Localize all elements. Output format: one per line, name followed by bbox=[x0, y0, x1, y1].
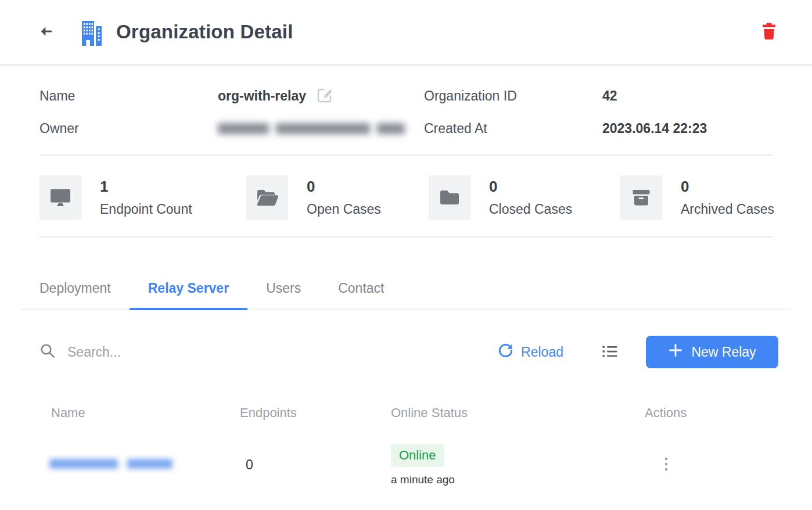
tab-deployment[interactable]: Deployment bbox=[21, 281, 130, 310]
stats-row: 1 Endpoint Count 0 Open Cases bbox=[0, 156, 812, 220]
search-icon bbox=[39, 343, 56, 361]
relay-toolbar: Reload New Relay bbox=[0, 336, 812, 368]
organization-id-label: Organization ID bbox=[424, 88, 602, 104]
arrow-left-icon bbox=[37, 22, 56, 42]
search-input[interactable] bbox=[67, 344, 323, 360]
reload-button[interactable]: Reload bbox=[498, 343, 563, 362]
stat-open-cases: 0 Open Cases bbox=[246, 175, 429, 220]
tab-relay-server[interactable]: Relay Server bbox=[130, 281, 247, 310]
endpoint-count-label: Endpoint Count bbox=[100, 202, 192, 217]
folder-open-icon bbox=[246, 175, 288, 220]
organization-building-icon bbox=[81, 18, 102, 46]
reload-icon bbox=[498, 343, 513, 362]
owner-label: Owner bbox=[39, 121, 218, 137]
archived-cases-label: Archived Cases bbox=[681, 202, 774, 217]
open-cases-label: Open Cases bbox=[307, 202, 381, 217]
owner-field: Owner bbox=[39, 112, 424, 145]
organization-detail-page: Organization Detail Name org-with-relay bbox=[0, 0, 812, 510]
column-header-actions: Actions bbox=[645, 405, 773, 421]
top-bar: Organization Detail bbox=[0, 0, 812, 64]
monitor-icon bbox=[39, 175, 81, 220]
reload-label: Reload bbox=[521, 344, 563, 360]
info-left-column: Name org-with-relay Owner bbox=[39, 80, 424, 145]
edit-name-button[interactable] bbox=[314, 85, 335, 107]
stat-endpoint-count: 1 Endpoint Count bbox=[39, 175, 246, 220]
delete-organization-button[interactable] bbox=[759, 20, 779, 45]
archive-icon bbox=[620, 175, 662, 220]
column-header-online-status: Online Status bbox=[391, 405, 645, 421]
trash-icon bbox=[761, 22, 777, 42]
search-box bbox=[39, 343, 498, 361]
row-actions-menu-button[interactable] bbox=[659, 454, 674, 476]
tab-contact[interactable]: Contact bbox=[319, 281, 403, 310]
kebab-menu-icon bbox=[663, 465, 669, 473]
owner-value-redacted bbox=[218, 123, 405, 134]
created-at-value: 2023.06.14 22:23 bbox=[602, 121, 707, 137]
list-icon bbox=[602, 344, 618, 360]
tab-bar: Deployment Relay Server Users Contact bbox=[21, 238, 791, 310]
open-cases-value: 0 bbox=[307, 178, 381, 196]
stat-archived-cases: 0 Archived Cases bbox=[620, 175, 774, 220]
folder-icon bbox=[429, 175, 470, 220]
organization-info: Name org-with-relay Owner bbox=[0, 66, 812, 145]
list-view-button[interactable] bbox=[599, 342, 620, 362]
plus-icon bbox=[668, 343, 683, 361]
created-at-field: Created At 2023.06.14 22:23 bbox=[424, 112, 773, 145]
back-button[interactable] bbox=[35, 20, 58, 45]
relay-table: Name Endpoints Online Status Actions 0 O… bbox=[39, 405, 773, 494]
tab-users[interactable]: Users bbox=[247, 281, 319, 310]
column-header-name: Name bbox=[39, 405, 240, 421]
relay-name-link-redacted[interactable] bbox=[49, 459, 173, 469]
edit-icon bbox=[317, 87, 333, 105]
info-right-column: Organization ID 42 Created At 2023.06.14… bbox=[424, 80, 773, 145]
relay-online-status-cell: Online a minute ago bbox=[391, 444, 645, 486]
last-seen-text: a minute ago bbox=[391, 473, 455, 486]
name-value: org-with-relay bbox=[218, 88, 306, 104]
name-label: Name bbox=[39, 88, 218, 104]
organization-id-field: Organization ID 42 bbox=[424, 80, 773, 112]
relay-endpoints-value: 0 bbox=[240, 457, 391, 473]
created-at-label: Created At bbox=[424, 121, 602, 137]
name-field: Name org-with-relay bbox=[39, 80, 424, 112]
table-row: 0 Online a minute ago bbox=[39, 436, 773, 494]
page-title: Organization Detail bbox=[116, 21, 293, 43]
organization-id-value: 42 bbox=[602, 88, 617, 104]
stat-closed-cases: 0 Closed Cases bbox=[429, 175, 620, 220]
online-status-badge: Online bbox=[391, 444, 444, 467]
closed-cases-label: Closed Cases bbox=[489, 202, 572, 217]
archived-cases-value: 0 bbox=[681, 178, 774, 196]
closed-cases-value: 0 bbox=[489, 178, 572, 196]
column-header-endpoints: Endpoints bbox=[240, 405, 391, 421]
new-relay-button[interactable]: New Relay bbox=[646, 336, 778, 368]
endpoint-count-value: 1 bbox=[100, 178, 192, 196]
new-relay-label: New Relay bbox=[691, 344, 756, 360]
table-header: Name Endpoints Online Status Actions bbox=[39, 405, 773, 421]
